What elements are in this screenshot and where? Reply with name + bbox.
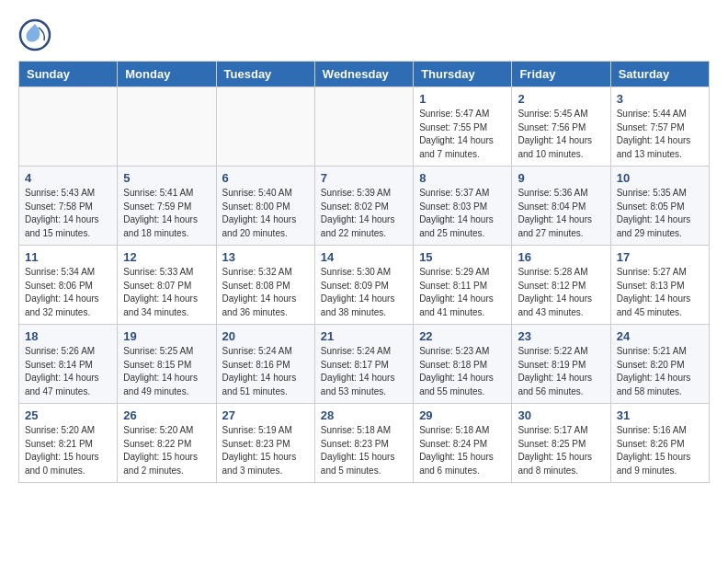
day-number: 29 [419,408,506,422]
calendar-cell: 3Sunrise: 5:44 AM Sunset: 7:57 PM Daylig… [610,87,709,167]
day-info: Sunrise: 5:17 AM Sunset: 8:25 PM Dayligh… [518,424,604,477]
day-info: Sunrise: 5:39 AM Sunset: 8:02 PM Dayligh… [321,187,407,240]
calendar-cell: 9Sunrise: 5:36 AM Sunset: 8:04 PM Daylig… [512,167,610,246]
calendar-cell: 6Sunrise: 5:40 AM Sunset: 8:00 PM Daylig… [216,167,314,246]
day-number: 2 [518,92,604,106]
calendar-cell: 19Sunrise: 5:25 AM Sunset: 8:15 PM Dayli… [118,325,216,404]
day-number: 3 [617,92,703,106]
calendar-cell: 21Sunrise: 5:24 AM Sunset: 8:17 PM Dayli… [314,325,413,404]
calendar-cell: 31Sunrise: 5:16 AM Sunset: 8:26 PM Dayli… [610,404,709,483]
day-number: 23 [518,329,604,343]
weekday-header-thursday: Thursday [414,62,512,87]
calendar-cell: 7Sunrise: 5:39 AM Sunset: 8:02 PM Daylig… [314,167,413,246]
day-number: 14 [321,250,407,264]
day-number: 4 [25,171,111,185]
day-info: Sunrise: 5:45 AM Sunset: 7:56 PM Dayligh… [518,108,604,161]
week-row-1: 1Sunrise: 5:47 AM Sunset: 7:55 PM Daylig… [19,87,710,167]
day-info: Sunrise: 5:29 AM Sunset: 8:11 PM Dayligh… [419,266,506,319]
day-number: 26 [123,408,210,422]
page-container: SundayMondayTuesdayWednesdayThursdayFrid… [0,0,728,492]
weekday-header-tuesday: Tuesday [216,62,314,87]
day-info: Sunrise: 5:19 AM Sunset: 8:23 PM Dayligh… [222,424,309,477]
day-number: 8 [419,171,506,185]
day-info: Sunrise: 5:20 AM Sunset: 8:22 PM Dayligh… [123,424,210,477]
calendar-cell: 22Sunrise: 5:23 AM Sunset: 8:18 PM Dayli… [414,325,512,404]
day-number: 28 [321,408,407,422]
day-number: 27 [222,408,309,422]
logo [18,18,55,52]
day-info: Sunrise: 5:23 AM Sunset: 8:18 PM Dayligh… [419,345,506,398]
calendar-cell: 15Sunrise: 5:29 AM Sunset: 8:11 PM Dayli… [414,246,512,325]
day-info: Sunrise: 5:22 AM Sunset: 8:19 PM Dayligh… [518,345,604,398]
day-number: 11 [25,250,111,264]
day-number: 17 [617,250,703,264]
calendar-cell: 28Sunrise: 5:18 AM Sunset: 8:23 PM Dayli… [314,404,413,483]
calendar-cell: 16Sunrise: 5:28 AM Sunset: 8:12 PM Dayli… [512,246,610,325]
calendar-cell: 18Sunrise: 5:26 AM Sunset: 8:14 PM Dayli… [19,325,118,404]
day-info: Sunrise: 5:36 AM Sunset: 8:04 PM Dayligh… [518,187,604,240]
calendar-cell [314,87,413,167]
day-number: 6 [222,171,309,185]
calendar-cell: 2Sunrise: 5:45 AM Sunset: 7:56 PM Daylig… [512,87,610,167]
week-row-5: 25Sunrise: 5:20 AM Sunset: 8:21 PM Dayli… [19,404,710,483]
day-info: Sunrise: 5:16 AM Sunset: 8:26 PM Dayligh… [617,424,703,477]
calendar-cell: 8Sunrise: 5:37 AM Sunset: 8:03 PM Daylig… [414,167,512,246]
weekday-header-sunday: Sunday [19,62,118,87]
day-number: 18 [25,329,111,343]
day-info: Sunrise: 5:26 AM Sunset: 8:14 PM Dayligh… [25,345,111,398]
calendar-cell: 24Sunrise: 5:21 AM Sunset: 8:20 PM Dayli… [610,325,709,404]
calendar-cell: 17Sunrise: 5:27 AM Sunset: 8:13 PM Dayli… [610,246,709,325]
calendar-cell [19,87,118,167]
calendar-table: SundayMondayTuesdayWednesdayThursdayFrid… [18,61,710,483]
day-info: Sunrise: 5:30 AM Sunset: 8:09 PM Dayligh… [321,266,407,319]
calendar-cell: 23Sunrise: 5:22 AM Sunset: 8:19 PM Dayli… [512,325,610,404]
day-number: 9 [518,171,604,185]
calendar-cell: 5Sunrise: 5:41 AM Sunset: 7:59 PM Daylig… [118,167,216,246]
day-info: Sunrise: 5:20 AM Sunset: 8:21 PM Dayligh… [25,424,111,477]
day-number: 20 [222,329,309,343]
day-number: 22 [419,329,506,343]
calendar-cell: 30Sunrise: 5:17 AM Sunset: 8:25 PM Dayli… [512,404,610,483]
day-number: 7 [321,171,407,185]
day-number: 25 [25,408,111,422]
week-row-4: 18Sunrise: 5:26 AM Sunset: 8:14 PM Dayli… [19,325,710,404]
calendar-cell: 29Sunrise: 5:18 AM Sunset: 8:24 PM Dayli… [414,404,512,483]
day-info: Sunrise: 5:18 AM Sunset: 8:24 PM Dayligh… [419,424,506,477]
day-number: 1 [419,92,506,106]
day-number: 15 [419,250,506,264]
calendar-cell [216,87,314,167]
calendar-cell: 13Sunrise: 5:32 AM Sunset: 8:08 PM Dayli… [216,246,314,325]
day-info: Sunrise: 5:32 AM Sunset: 8:08 PM Dayligh… [222,266,309,319]
day-number: 16 [518,250,604,264]
day-info: Sunrise: 5:43 AM Sunset: 7:58 PM Dayligh… [25,187,111,240]
calendar-cell: 27Sunrise: 5:19 AM Sunset: 8:23 PM Dayli… [216,404,314,483]
day-info: Sunrise: 5:33 AM Sunset: 8:07 PM Dayligh… [123,266,210,319]
header [18,18,710,52]
day-info: Sunrise: 5:24 AM Sunset: 8:16 PM Dayligh… [222,345,309,398]
day-number: 19 [123,329,210,343]
logo-icon [18,18,51,52]
weekday-header-wednesday: Wednesday [314,62,413,87]
day-info: Sunrise: 5:44 AM Sunset: 7:57 PM Dayligh… [617,108,703,161]
day-info: Sunrise: 5:25 AM Sunset: 8:15 PM Dayligh… [123,345,210,398]
weekday-header-saturday: Saturday [610,62,709,87]
day-info: Sunrise: 5:34 AM Sunset: 8:06 PM Dayligh… [25,266,111,319]
day-info: Sunrise: 5:41 AM Sunset: 7:59 PM Dayligh… [123,187,210,240]
day-info: Sunrise: 5:18 AM Sunset: 8:23 PM Dayligh… [321,424,407,477]
day-number: 30 [518,408,604,422]
day-info: Sunrise: 5:24 AM Sunset: 8:17 PM Dayligh… [321,345,407,398]
day-info: Sunrise: 5:40 AM Sunset: 8:00 PM Dayligh… [222,187,309,240]
calendar-cell: 4Sunrise: 5:43 AM Sunset: 7:58 PM Daylig… [19,167,118,246]
day-number: 5 [123,171,210,185]
calendar-cell: 11Sunrise: 5:34 AM Sunset: 8:06 PM Dayli… [19,246,118,325]
day-info: Sunrise: 5:28 AM Sunset: 8:12 PM Dayligh… [518,266,604,319]
calendar-cell: 26Sunrise: 5:20 AM Sunset: 8:22 PM Dayli… [118,404,216,483]
day-number: 24 [617,329,703,343]
calendar-cell: 14Sunrise: 5:30 AM Sunset: 8:09 PM Dayli… [314,246,413,325]
day-info: Sunrise: 5:35 AM Sunset: 8:05 PM Dayligh… [617,187,703,240]
week-row-3: 11Sunrise: 5:34 AM Sunset: 8:06 PM Dayli… [19,246,710,325]
day-info: Sunrise: 5:27 AM Sunset: 8:13 PM Dayligh… [617,266,703,319]
weekday-header-friday: Friday [512,62,610,87]
calendar-cell [118,87,216,167]
day-number: 13 [222,250,309,264]
